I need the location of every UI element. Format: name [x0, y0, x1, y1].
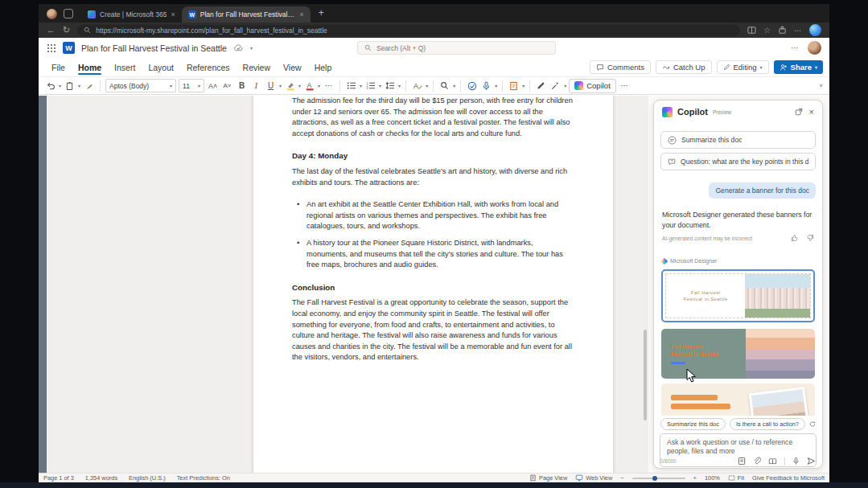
chevron-down-icon[interactable]: ▾ [298, 83, 301, 88]
microphone-icon[interactable] [792, 457, 800, 465]
menu-view[interactable]: View [277, 58, 308, 76]
chevron-down-icon[interactable]: ▾ [379, 83, 381, 88]
chip-summarize[interactable]: Summarize this doc [660, 418, 726, 430]
word-logo[interactable]: W [63, 42, 75, 54]
menu-layout[interactable]: Layout [142, 58, 180, 76]
editor-button[interactable] [466, 79, 478, 92]
regenerate-icon[interactable] [809, 420, 816, 429]
grow-font-button[interactable]: A˄ [207, 79, 219, 92]
paste-button[interactable] [64, 79, 76, 92]
account-avatar[interactable] [808, 41, 821, 55]
bullets-button[interactable] [345, 79, 357, 92]
notebook-icon[interactable] [738, 457, 746, 465]
document-scrollbar[interactable] [643, 96, 647, 474]
zoom-slider-handle[interactable] [652, 476, 657, 481]
tab-create-m365[interactable]: Create | Microsoft 365 × [81, 6, 182, 23]
back-icon[interactable]: ← [47, 26, 56, 35]
find-button[interactable] [438, 79, 450, 92]
format-painter-button[interactable] [83, 79, 95, 92]
bold-button[interactable]: B [236, 79, 248, 92]
menu-review[interactable]: Review [237, 58, 277, 76]
chevron-down-icon[interactable]: ▾ [426, 83, 428, 88]
suggestion-question-card[interactable]: Question: what are the key points in thi… [660, 153, 816, 170]
document-body[interactable]: The admission fee for the third day will… [292, 96, 574, 375]
magic-wand-button[interactable] [549, 79, 562, 92]
extensions-icon[interactable] [778, 26, 787, 35]
app-launcher-waffle-icon[interactable] [47, 43, 56, 53]
styles-button[interactable]: A [411, 79, 423, 92]
zoom-slider[interactable] [632, 478, 685, 479]
banner-option-1-selected[interactable]: Fall Harvest Festival in Seattle [661, 269, 815, 322]
web-view-toggle[interactable]: Web View [575, 474, 612, 482]
ink-pen-button[interactable] [535, 79, 547, 92]
open-in-window-icon[interactable] [795, 108, 803, 116]
page-options-button[interactable] [508, 79, 520, 92]
chevron-down-icon[interactable]: ▾ [318, 83, 320, 88]
text-predictions-indicator[interactable]: Text Predictions: On [177, 474, 230, 482]
page-view-toggle[interactable]: Page View [529, 474, 567, 482]
workspaces-icon[interactable] [64, 9, 73, 18]
editing-mode-button[interactable]: Editing ▾ [717, 60, 769, 74]
chevron-down-icon[interactable]: ▾ [78, 83, 80, 88]
split-screen-icon[interactable] [747, 26, 756, 35]
browser-more-icon[interactable]: ⋯ [794, 27, 802, 35]
font-size-select[interactable]: 11 ▾ [179, 79, 204, 92]
highlight-button[interactable] [284, 79, 296, 92]
banner-option-2[interactable]: Fall Harvest Festival in Seattle [661, 329, 815, 379]
browser-profile-avatar[interactable] [47, 9, 57, 19]
shrink-font-button[interactable]: A˅ [221, 79, 233, 92]
dictate-button[interactable] [480, 79, 492, 92]
page-indicator[interactable]: Page 1 of 3 [43, 474, 74, 482]
address-field[interactable]: https://microsoft-my.sharepoint.com/plan… [77, 25, 740, 36]
attach-paperclip-icon[interactable] [753, 457, 761, 465]
document-page[interactable]: The admission fee for the third day will… [253, 96, 613, 474]
share-button[interactable]: Share ▾ [774, 60, 823, 74]
catch-up-button[interactable]: Catch Up [656, 60, 712, 74]
saved-to-cloud-icon[interactable] [233, 43, 244, 52]
ribbon-overflow-button[interactable]: ⋯ [619, 79, 631, 92]
chevron-down-icon[interactable]: ▾ [564, 83, 566, 88]
title-chevron-icon[interactable]: ▾ [250, 45, 253, 51]
menu-help[interactable]: Help [308, 58, 339, 76]
prompt-library-book-icon[interactable] [768, 457, 777, 465]
send-icon[interactable] [807, 457, 816, 465]
thumbs-down-icon[interactable] [806, 234, 814, 242]
scrollbar-thumb[interactable] [644, 330, 647, 420]
new-tab-button[interactable]: + [319, 7, 324, 18]
font-name-select[interactable]: Aptos (Body) ▾ [105, 79, 176, 92]
chevron-down-icon[interactable]: ▾ [522, 83, 525, 88]
menu-insert[interactable]: Insert [108, 58, 142, 76]
language-indicator[interactable]: English (U.S.) [129, 474, 166, 482]
close-icon[interactable]: × [809, 107, 814, 117]
chevron-down-icon[interactable]: ▾ [398, 83, 401, 88]
tab-close-icon[interactable]: × [171, 10, 175, 18]
numbering-button[interactable]: 123 [364, 79, 376, 92]
menu-references[interactable]: References [180, 58, 237, 76]
italic-button[interactable]: I [250, 79, 262, 92]
fit-button[interactable]: Fit [728, 474, 744, 482]
feedback-link[interactable]: Give Feedback to Microsoft [752, 474, 825, 482]
ribbon-collapse-chevron-icon[interactable]: ˅ [819, 82, 823, 89]
undo-button[interactable] [44, 79, 56, 92]
zoom-level[interactable]: 100% [705, 474, 720, 482]
refresh-icon[interactable]: ↻ [63, 26, 70, 35]
thumbs-up-icon[interactable] [791, 234, 799, 242]
header-more-icon[interactable]: ⋯ [791, 43, 800, 52]
edge-copilot-orb-icon[interactable] [809, 24, 821, 36]
zoom-out-button[interactable]: − [620, 474, 623, 482]
font-color-button[interactable]: A [303, 79, 315, 92]
favorites-star-icon[interactable]: ☆ [763, 26, 771, 35]
chevron-down-icon[interactable]: ▾ [360, 83, 362, 88]
chevron-down-icon[interactable]: ▾ [279, 83, 282, 88]
underline-button[interactable]: U [265, 79, 277, 92]
line-spacing-button[interactable] [384, 79, 396, 92]
menu-file[interactable]: File [45, 58, 72, 76]
search-box[interactable]: Search (Alt + Q) [357, 41, 556, 55]
chevron-down-icon[interactable]: ▾ [495, 83, 497, 88]
tab-fall-harvest-doc[interactable]: W Plan for Fall Harvest Festival in S × [182, 6, 311, 23]
word-count[interactable]: 1,354 words [85, 474, 117, 482]
comments-button[interactable]: Comments [590, 60, 651, 74]
chevron-down-icon[interactable]: ▾ [59, 83, 61, 88]
copilot-ribbon-button[interactable]: Copilot [569, 79, 616, 93]
suggestion-summarize-card[interactable]: Summarize this doc [660, 131, 816, 149]
